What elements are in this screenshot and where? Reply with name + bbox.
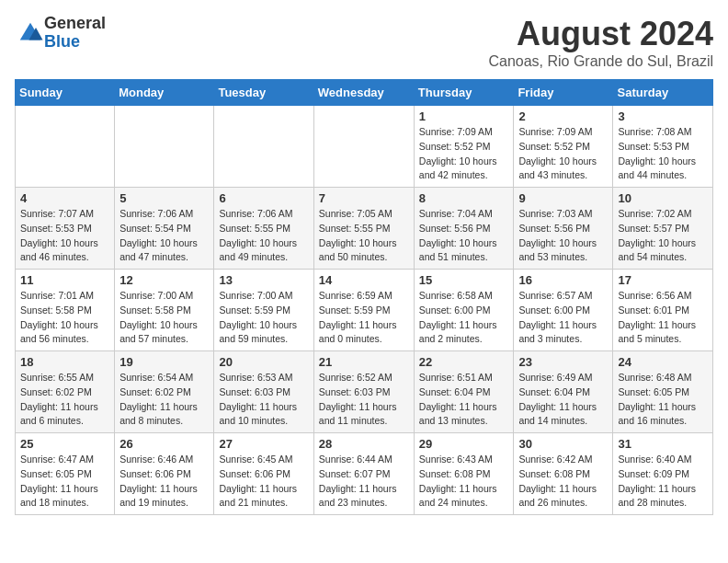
header-thursday: Thursday: [414, 80, 514, 106]
day-cell: 21Sunrise: 6:52 AMSunset: 6:03 PMDayligh…: [313, 351, 414, 433]
day-info: Sunrise: 6:54 AMSunset: 6:02 PMDaylight:…: [119, 371, 209, 429]
day-cell: 19Sunrise: 6:54 AMSunset: 6:02 PMDayligh…: [115, 351, 214, 433]
day-number: 24: [618, 355, 708, 369]
week-row-3: 11Sunrise: 7:01 AMSunset: 5:58 PMDayligh…: [16, 270, 713, 351]
day-cell: 4Sunrise: 7:07 AMSunset: 5:53 PMDaylight…: [16, 188, 115, 270]
day-info: Sunrise: 6:56 AMSunset: 6:01 PMDaylight:…: [618, 289, 708, 347]
day-number: 26: [119, 437, 209, 451]
day-number: 29: [419, 437, 509, 451]
day-cell: [16, 106, 115, 188]
day-cell: [214, 106, 313, 188]
logo-blue: Blue: [44, 33, 106, 52]
day-cell: 17Sunrise: 6:56 AMSunset: 6:01 PMDayligh…: [613, 270, 713, 351]
day-info: Sunrise: 7:03 AMSunset: 5:56 PMDaylight:…: [518, 207, 608, 265]
day-info: Sunrise: 6:45 AMSunset: 6:06 PMDaylight:…: [219, 453, 308, 511]
day-info: Sunrise: 7:04 AMSunset: 5:56 PMDaylight:…: [419, 207, 509, 265]
day-cell: 25Sunrise: 6:47 AMSunset: 6:05 PMDayligh…: [16, 433, 115, 515]
logo-general: General: [44, 15, 106, 33]
day-number: 27: [219, 437, 308, 451]
day-info: Sunrise: 6:59 AMSunset: 5:59 PMDaylight:…: [319, 289, 409, 347]
day-info: Sunrise: 6:57 AMSunset: 6:00 PMDaylight:…: [518, 289, 608, 347]
day-cell: 31Sunrise: 6:40 AMSunset: 6:09 PMDayligh…: [613, 433, 713, 515]
header-sunday: Sunday: [16, 80, 115, 106]
header: General Blue August 2024 Canoas, Rio Gra…: [15, 15, 713, 70]
day-cell: 27Sunrise: 6:45 AMSunset: 6:06 PMDayligh…: [214, 433, 313, 515]
day-number: 15: [419, 273, 509, 287]
day-info: Sunrise: 7:07 AMSunset: 5:53 PMDaylight:…: [20, 207, 109, 265]
day-cell: [313, 106, 414, 188]
day-number: 18: [20, 355, 109, 369]
title-section: August 2024 Canoas, Rio Grande do Sul, B…: [488, 15, 713, 70]
day-number: 28: [319, 437, 409, 451]
day-cell: 20Sunrise: 6:53 AMSunset: 6:03 PMDayligh…: [214, 351, 313, 433]
day-cell: 23Sunrise: 6:49 AMSunset: 6:04 PMDayligh…: [514, 351, 613, 433]
day-cell: 16Sunrise: 6:57 AMSunset: 6:00 PMDayligh…: [514, 270, 613, 351]
day-cell: 30Sunrise: 6:42 AMSunset: 6:08 PMDayligh…: [514, 433, 613, 515]
day-number: 17: [618, 273, 708, 287]
header-wednesday: Wednesday: [313, 80, 414, 106]
day-cell: 26Sunrise: 6:46 AMSunset: 6:06 PMDayligh…: [115, 433, 214, 515]
week-row-4: 18Sunrise: 6:55 AMSunset: 6:02 PMDayligh…: [16, 351, 713, 433]
month-year-title: August 2024: [488, 15, 713, 53]
day-number: 20: [219, 355, 308, 369]
day-cell: 18Sunrise: 6:55 AMSunset: 6:02 PMDayligh…: [16, 351, 115, 433]
day-info: Sunrise: 6:55 AMSunset: 6:02 PMDaylight:…: [20, 371, 109, 429]
week-row-2: 4Sunrise: 7:07 AMSunset: 5:53 PMDaylight…: [16, 188, 713, 270]
day-info: Sunrise: 6:53 AMSunset: 6:03 PMDaylight:…: [219, 371, 308, 429]
header-friday: Friday: [514, 80, 613, 106]
day-number: 10: [618, 191, 708, 205]
day-info: Sunrise: 7:05 AMSunset: 5:55 PMDaylight:…: [319, 207, 409, 265]
day-cell: 2Sunrise: 7:09 AMSunset: 5:52 PMDaylight…: [514, 106, 613, 188]
day-number: 19: [119, 355, 209, 369]
day-cell: 3Sunrise: 7:08 AMSunset: 5:53 PMDaylight…: [613, 106, 713, 188]
day-number: 4: [20, 191, 109, 205]
logo: General Blue: [15, 15, 106, 52]
day-number: 2: [518, 109, 608, 123]
day-number: 6: [219, 191, 308, 205]
day-cell: [115, 106, 214, 188]
day-cell: 7Sunrise: 7:05 AMSunset: 5:55 PMDaylight…: [313, 188, 414, 270]
day-number: 30: [518, 437, 608, 451]
day-cell: 12Sunrise: 7:00 AMSunset: 5:58 PMDayligh…: [115, 270, 214, 351]
day-info: Sunrise: 7:08 AMSunset: 5:53 PMDaylight:…: [618, 125, 708, 183]
day-cell: 29Sunrise: 6:43 AMSunset: 6:08 PMDayligh…: [414, 433, 514, 515]
day-cell: 22Sunrise: 6:51 AMSunset: 6:04 PMDayligh…: [414, 351, 514, 433]
day-info: Sunrise: 6:42 AMSunset: 6:08 PMDaylight:…: [518, 453, 608, 511]
day-info: Sunrise: 7:09 AMSunset: 5:52 PMDaylight:…: [518, 125, 608, 183]
logo-text: General Blue: [44, 15, 106, 52]
day-cell: 5Sunrise: 7:06 AMSunset: 5:54 PMDaylight…: [115, 188, 214, 270]
day-number: 21: [319, 355, 409, 369]
day-number: 23: [518, 355, 608, 369]
day-number: 11: [20, 273, 109, 287]
calendar-header-row: SundayMondayTuesdayWednesdayThursdayFrid…: [16, 80, 713, 106]
day-info: Sunrise: 7:02 AMSunset: 5:57 PMDaylight:…: [618, 207, 708, 265]
day-number: 13: [219, 273, 308, 287]
day-number: 12: [119, 273, 209, 287]
day-info: Sunrise: 6:49 AMSunset: 6:04 PMDaylight:…: [518, 371, 608, 429]
day-number: 31: [618, 437, 708, 451]
day-number: 14: [319, 273, 409, 287]
week-row-1: 1Sunrise: 7:09 AMSunset: 5:52 PMDaylight…: [16, 106, 713, 188]
header-monday: Monday: [115, 80, 214, 106]
day-number: 16: [518, 273, 608, 287]
day-info: Sunrise: 6:44 AMSunset: 6:07 PMDaylight:…: [319, 453, 409, 511]
day-info: Sunrise: 7:00 AMSunset: 5:58 PMDaylight:…: [119, 289, 209, 347]
day-cell: 10Sunrise: 7:02 AMSunset: 5:57 PMDayligh…: [613, 188, 713, 270]
day-number: 1: [419, 109, 509, 123]
day-number: 3: [618, 109, 708, 123]
header-tuesday: Tuesday: [214, 80, 313, 106]
day-cell: 13Sunrise: 7:00 AMSunset: 5:59 PMDayligh…: [214, 270, 313, 351]
day-cell: 9Sunrise: 7:03 AMSunset: 5:56 PMDaylight…: [514, 188, 613, 270]
day-info: Sunrise: 6:51 AMSunset: 6:04 PMDaylight:…: [419, 371, 509, 429]
day-cell: 8Sunrise: 7:04 AMSunset: 5:56 PMDaylight…: [414, 188, 514, 270]
day-cell: 1Sunrise: 7:09 AMSunset: 5:52 PMDaylight…: [414, 106, 514, 188]
week-row-5: 25Sunrise: 6:47 AMSunset: 6:05 PMDayligh…: [16, 433, 713, 515]
day-number: 25: [20, 437, 109, 451]
day-number: 8: [419, 191, 509, 205]
day-number: 7: [319, 191, 409, 205]
day-info: Sunrise: 6:43 AMSunset: 6:08 PMDaylight:…: [419, 453, 509, 511]
day-info: Sunrise: 7:06 AMSunset: 5:54 PMDaylight:…: [119, 207, 209, 265]
day-info: Sunrise: 6:47 AMSunset: 6:05 PMDaylight:…: [20, 453, 109, 511]
day-info: Sunrise: 6:46 AMSunset: 6:06 PMDaylight:…: [119, 453, 209, 511]
day-info: Sunrise: 7:09 AMSunset: 5:52 PMDaylight:…: [419, 125, 509, 183]
